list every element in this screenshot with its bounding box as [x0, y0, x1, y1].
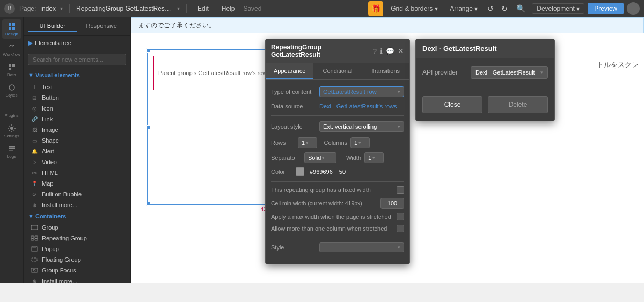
dev-btn[interactable]: Development ▾: [532, 3, 584, 14]
element-group-focus[interactable]: Group Focus: [24, 265, 130, 276]
sidebar-item-settings[interactable]: Settings: [2, 121, 21, 141]
width-select[interactable]: 1 ▾: [364, 152, 384, 163]
sidebar-item-plugins[interactable]: Plugins: [2, 101, 21, 120]
rg-info-icon[interactable]: ℹ: [380, 47, 383, 55]
more-columns-row: Allow more than one column when stretche…: [271, 225, 404, 232]
svg-rect-21: [31, 268, 38, 272]
svg-rect-11: [9, 150, 13, 151]
edit-menu[interactable]: Edit: [193, 4, 213, 13]
handle-bot-left[interactable]: [146, 202, 150, 206]
grid-borders-btn[interactable]: Grid & borders ▾: [386, 4, 442, 13]
element-group[interactable]: Group: [24, 222, 130, 233]
svg-rect-13: [31, 236, 34, 238]
cell-min-input[interactable]: [380, 198, 404, 209]
sidebar-item-data[interactable]: Data: [2, 60, 21, 79]
dexi-buttons: Close Delete: [416, 94, 554, 121]
help-menu[interactable]: Help: [217, 4, 239, 13]
more-columns-checkbox[interactable]: [397, 225, 404, 232]
arrange-btn[interactable]: Arrange ▾: [445, 4, 482, 13]
type-of-content-select[interactable]: GetLatestResult row ▾: [319, 86, 404, 97]
dexi-delete-btn[interactable]: Delete: [488, 96, 548, 113]
html-icon: </>: [30, 170, 39, 176]
api-provider-select[interactable]: Dexi - GetLatestResult ▾: [471, 66, 548, 79]
elements-tree-toggle[interactable]: ▶: [28, 39, 33, 47]
tab-conditional[interactable]: Conditional: [313, 63, 361, 79]
shape-icon: ▭: [30, 137, 39, 144]
preview-btn[interactable]: Preview: [588, 3, 624, 14]
sidebar-item-design[interactable]: Design: [2, 19, 21, 39]
search-input[interactable]: [28, 54, 126, 65]
install-icon-visual: ⊕: [30, 202, 39, 208]
cell-min-row: Cell min width (current width: 419px): [271, 198, 404, 209]
redo-btn[interactable]: ↻: [499, 3, 510, 14]
element-shape[interactable]: ▭ Shape: [24, 135, 130, 146]
data-source-link[interactable]: Dexi - GetLatestResult's rows: [319, 103, 397, 109]
element-html[interactable]: </> HTML: [24, 167, 130, 178]
element-icon[interactable]: ◎ Icon: [24, 103, 130, 114]
element-floating-group[interactable]: Floating Group: [24, 254, 130, 265]
svg-rect-12: [31, 225, 38, 230]
sidebar-item-styles[interactable]: Styles: [2, 80, 21, 100]
style-row: Style ▾: [271, 242, 404, 252]
elements-panel: UI Builder Responsive ▶ Elements tree ▼ …: [24, 17, 131, 283]
color-swatch[interactable]: [296, 167, 304, 176]
fixed-width-checkbox[interactable]: [397, 186, 404, 194]
element-button[interactable]: ⊟ Button: [24, 92, 130, 103]
svg-rect-10: [9, 148, 15, 149]
component-name: RepeatingGroup GetLatestResult...: [76, 5, 173, 12]
style-label: Style: [271, 244, 319, 251]
columns-select[interactable]: 1 ▾: [350, 137, 370, 148]
fixed-width-label: This repeating group has a fixed width: [271, 187, 397, 193]
element-install-visual[interactable]: ⊕ Install more...: [24, 200, 130, 210]
element-text[interactable]: T Text: [24, 82, 130, 92]
page-label: Page:: [19, 5, 36, 12]
rg-chat-icon[interactable]: 💬: [386, 47, 394, 55]
element-alert[interactable]: 🔔 Alert: [24, 146, 130, 157]
width-label: Width: [340, 154, 361, 161]
icon-icon: ◎: [30, 105, 39, 112]
bubble-icon: ⊙: [30, 191, 39, 197]
visual-elements-section[interactable]: ▼ Visual elements: [24, 69, 130, 82]
element-popup[interactable]: Popup: [24, 244, 130, 254]
separato-label: Separato: [271, 154, 301, 161]
gift-icon[interactable]: 🎁: [368, 1, 383, 16]
layout-style-select[interactable]: Ext. vertical scrolling ▾: [319, 121, 404, 132]
handle-top-left[interactable]: [146, 48, 150, 53]
element-install-containers[interactable]: ⊕ Install more...: [24, 276, 130, 283]
separato-select[interactable]: Solid ▾: [304, 152, 336, 163]
element-repeating-group[interactable]: Repeating Group: [24, 233, 130, 244]
fixed-width-row: This repeating group has a fixed width: [271, 186, 404, 194]
element-image[interactable]: 🖼 Image: [24, 124, 130, 135]
search-btn[interactable]: 🔍: [513, 3, 529, 14]
api-provider-row: API provider Dexi - GetLatestResult ▾: [422, 66, 548, 79]
element-link[interactable]: 🔗 Link: [24, 114, 130, 124]
undo-btn[interactable]: ↺: [485, 3, 496, 14]
page-name: index: [40, 5, 56, 12]
tab-appearance[interactable]: Appearance: [266, 63, 313, 79]
rg-close-icon[interactable]: ✕: [398, 47, 404, 55]
containers-section[interactable]: ▼ Containers: [24, 210, 130, 222]
dexi-title: Dexi - GetLatestResult: [422, 45, 548, 53]
tab-transitions[interactable]: Transitions: [362, 63, 409, 79]
type-of-content-control: GetLatestResult row ▾: [319, 86, 404, 97]
style-select[interactable]: ▾: [319, 242, 404, 252]
group-icon: [30, 224, 39, 231]
max-width-checkbox[interactable]: [397, 213, 404, 220]
separator-row: Separato Solid ▾ Width 1 ▾: [271, 152, 404, 163]
handle-mid-left[interactable]: [146, 125, 150, 129]
dexi-close-btn[interactable]: Close: [422, 96, 482, 113]
tab-ui-builder[interactable]: UI Builder: [28, 20, 77, 32]
rg-panel-tabs: Appearance Conditional Transitions: [266, 63, 409, 80]
element-map[interactable]: 📍 Map: [24, 178, 130, 189]
element-video[interactable]: ▷ Video: [24, 157, 130, 167]
sidebar-item-logs[interactable]: Logs: [2, 142, 21, 161]
rows-select[interactable]: 1 ▾: [298, 137, 317, 148]
rg-help-icon[interactable]: ?: [373, 47, 377, 55]
data-source-control: Dexi - GetLatestResult's rows: [319, 102, 404, 110]
more-columns-label: Allow more than one column when stretche…: [271, 225, 397, 232]
sidebar-item-workflow[interactable]: Workflow: [2, 40, 21, 59]
tab-responsive[interactable]: Responsive: [77, 20, 127, 32]
element-builtonbubble[interactable]: ⊙ Built on Bubble: [24, 189, 130, 200]
panel-tabs: UI Builder Responsive: [24, 17, 130, 36]
link-icon: 🔗: [30, 116, 39, 122]
